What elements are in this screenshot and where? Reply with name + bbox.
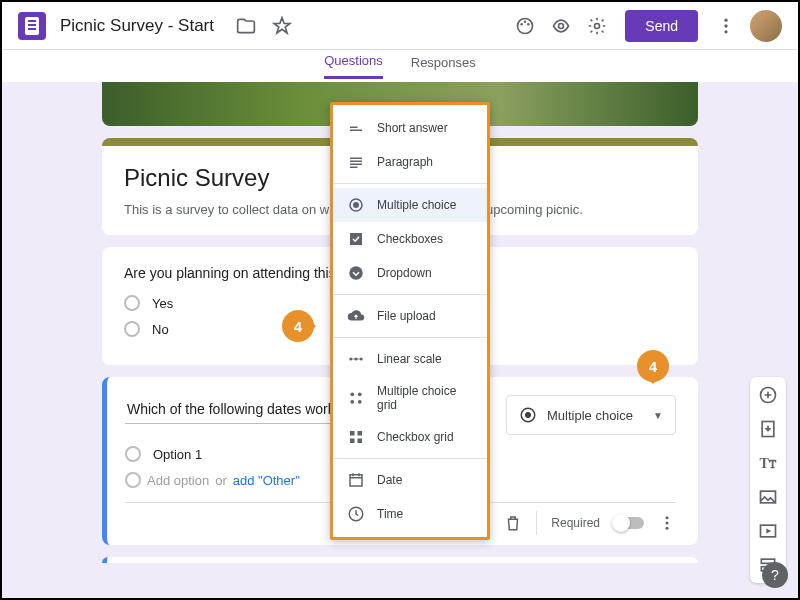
svg-point-31 bbox=[350, 400, 354, 404]
forms-logo-icon[interactable] bbox=[18, 12, 46, 40]
tabs: Questions Responses bbox=[2, 50, 798, 82]
svg-rect-34 bbox=[358, 431, 363, 436]
svg-point-30 bbox=[358, 392, 362, 396]
dd-short-answer[interactable]: Short answer bbox=[333, 111, 487, 145]
topbar: Picnic Survey - Start Send bbox=[2, 2, 798, 50]
dd-mc-grid[interactable]: Multiple choice grid bbox=[333, 376, 487, 420]
tab-questions[interactable]: Questions bbox=[324, 53, 383, 79]
radio-icon bbox=[519, 406, 537, 424]
next-card-peek bbox=[102, 557, 698, 563]
checkbox-icon bbox=[347, 230, 365, 248]
svg-point-14 bbox=[666, 522, 669, 525]
svg-point-6 bbox=[724, 18, 727, 21]
svg-point-2 bbox=[524, 20, 527, 23]
svg-point-8 bbox=[724, 30, 727, 33]
add-option[interactable]: Add option bbox=[147, 473, 209, 488]
dd-date[interactable]: Date bbox=[333, 463, 487, 497]
dd-time[interactable]: Time bbox=[333, 497, 487, 531]
clock-icon bbox=[347, 505, 365, 523]
svg-point-7 bbox=[724, 24, 727, 27]
svg-rect-36 bbox=[358, 439, 363, 444]
svg-point-13 bbox=[666, 516, 669, 519]
dd-paragraph[interactable]: Paragraph bbox=[333, 145, 487, 179]
radio-icon bbox=[124, 295, 140, 311]
chevron-down-icon: ▼ bbox=[653, 410, 663, 421]
send-button[interactable]: Send bbox=[625, 10, 698, 42]
svg-point-10 bbox=[525, 412, 531, 418]
required-label: Required bbox=[551, 516, 600, 530]
callout-4a: 4 bbox=[282, 310, 314, 342]
grid-checkbox-icon bbox=[347, 428, 365, 446]
dropdown-icon bbox=[347, 264, 365, 282]
dd-checkboxes[interactable]: Checkboxes bbox=[333, 222, 487, 256]
add-other-link[interactable]: add "Other" bbox=[233, 473, 300, 488]
grid-radio-icon bbox=[347, 389, 365, 407]
radio-icon bbox=[125, 472, 141, 488]
dd-dropdown[interactable]: Dropdown bbox=[333, 256, 487, 290]
svg-point-25 bbox=[349, 266, 363, 280]
palette-icon[interactable] bbox=[509, 10, 541, 42]
side-toolbar: Tᴛ bbox=[750, 377, 786, 583]
more-icon[interactable] bbox=[658, 514, 676, 532]
radio-icon bbox=[125, 446, 141, 462]
dd-checkbox-grid[interactable]: Checkbox grid bbox=[333, 420, 487, 454]
svg-rect-24 bbox=[350, 233, 362, 245]
svg-point-5 bbox=[595, 23, 600, 28]
document-title[interactable]: Picnic Survey - Start bbox=[60, 16, 214, 36]
tab-responses[interactable]: Responses bbox=[411, 55, 476, 78]
svg-point-29 bbox=[350, 392, 354, 396]
add-image-icon[interactable] bbox=[756, 485, 780, 509]
paragraph-icon bbox=[347, 153, 365, 171]
radio-icon bbox=[347, 196, 365, 214]
add-video-icon[interactable] bbox=[756, 519, 780, 543]
move-to-folder-icon[interactable] bbox=[230, 10, 262, 42]
required-toggle[interactable] bbox=[614, 517, 644, 529]
linear-scale-icon bbox=[347, 350, 365, 368]
dd-multiple-choice[interactable]: Multiple choice bbox=[333, 188, 487, 222]
more-icon[interactable] bbox=[710, 10, 742, 42]
dd-file-upload[interactable]: File upload bbox=[333, 299, 487, 333]
svg-point-15 bbox=[666, 527, 669, 530]
svg-point-1 bbox=[521, 23, 524, 25]
import-questions-icon[interactable] bbox=[756, 417, 780, 441]
cloud-upload-icon bbox=[347, 307, 365, 325]
add-title-icon[interactable]: Tᴛ bbox=[756, 451, 780, 475]
avatar[interactable] bbox=[750, 10, 782, 42]
add-question-icon[interactable] bbox=[756, 383, 780, 407]
svg-point-32 bbox=[358, 400, 362, 404]
delete-icon[interactable] bbox=[504, 514, 522, 532]
question-type-selector[interactable]: Multiple choice ▼ bbox=[506, 395, 676, 435]
calendar-icon bbox=[347, 471, 365, 489]
star-icon[interactable] bbox=[266, 10, 298, 42]
settings-icon[interactable] bbox=[581, 10, 613, 42]
callout-4b: 4 bbox=[637, 350, 669, 382]
short-answer-icon bbox=[347, 119, 365, 137]
help-icon[interactable]: ? bbox=[762, 562, 788, 588]
question-type-dropdown: Short answer Paragraph Multiple choice C… bbox=[330, 102, 490, 540]
preview-icon[interactable] bbox=[545, 10, 577, 42]
svg-rect-33 bbox=[350, 431, 355, 436]
svg-rect-37 bbox=[350, 475, 362, 486]
svg-rect-35 bbox=[350, 439, 355, 444]
svg-point-23 bbox=[353, 202, 359, 208]
radio-icon bbox=[124, 321, 140, 337]
dd-linear-scale[interactable]: Linear scale bbox=[333, 342, 487, 376]
svg-point-3 bbox=[527, 23, 530, 25]
svg-point-4 bbox=[559, 23, 564, 28]
